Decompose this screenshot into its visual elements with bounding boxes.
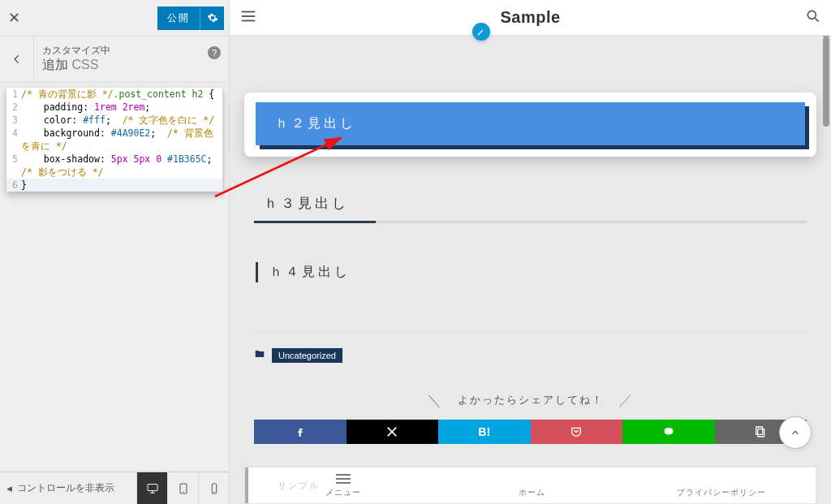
code-value: 5px 5px 0 [111,153,161,165]
nav-menu[interactable]: サンプル メニュー [245,467,437,503]
category-row: Uncategorized [254,348,807,363]
device-desktop-button[interactable] [136,472,167,505]
svg-rect-0 [148,484,157,490]
customizer-sidebar: ✕ 公開 カスタマイズ中 追加 CSS ? 1/* 青の背景に影 */.post… [0,0,230,504]
section-title-prefix: 追加 [42,58,68,71]
bottom-nav: サンプル メニュー ホーム プライバシーポリシー [244,467,816,504]
share-x[interactable] [347,420,439,444]
triangle-left-icon: ◀ [6,485,12,493]
slash-icon: ＼ [427,390,443,410]
share-hatena[interactable]: B! [438,420,531,444]
share-facebook[interactable] [254,420,347,444]
svg-line-11 [816,18,819,21]
svg-point-10 [807,11,816,19]
nav-faint-text: サンプル [278,480,320,492]
code-prop: padding [44,101,83,113]
share-line[interactable] [622,420,715,444]
svg-rect-13 [758,429,764,437]
site-title: Sample [500,8,560,27]
tablet-icon [177,482,190,495]
publish-group: 公開 [157,6,224,30]
hide-controls-label: コントロールを非表示 [17,482,114,494]
nav-label: プライバシーポリシー [677,487,766,498]
code-value: #1B365C [167,153,206,165]
search-icon [805,8,821,24]
chevron-left-icon [11,54,23,65]
section-breadcrumb: カスタマイズ中 [42,45,221,57]
publish-button[interactable]: 公開 [157,6,200,30]
section-header: カスタマイズ中 追加 CSS ? [0,36,229,83]
publish-settings-button[interactable] [200,6,224,30]
copy-icon [754,425,767,438]
preview-pane: Sample ｈ２見出し ｈ３見出し ｈ４見出し Uncategorized ＼… [230,0,831,504]
pencil-icon [476,28,485,37]
h2-heading: ｈ２見出し [256,102,805,145]
code-prop: background [44,127,100,139]
pocket-icon [570,425,583,438]
close-customizer-button[interactable]: ✕ [8,9,20,27]
share-heading: ＼ よかったらシェアしてね！ ／ [244,390,816,410]
section-titles: カスタマイズ中 追加 CSS ? [34,38,229,80]
h4-heading: ｈ４見出し [256,262,805,282]
mobile-icon [208,482,221,495]
h2-highlight-card: ｈ２見出し [244,93,816,157]
section-title-thin: CSS [71,58,98,71]
help-icon[interactable]: ? [208,46,221,59]
back-button[interactable] [0,37,34,82]
nav-label: ホーム [519,487,545,498]
search-button[interactable] [805,8,821,28]
chevron-up-icon [790,427,801,438]
share-text: よかったらシェアしてね！ [458,393,604,407]
sidebar-top-bar: ✕ 公開 [0,0,229,36]
code-value: #fff [83,114,105,126]
customizer-footer: ◀ コントロールを非表示 [0,472,229,504]
menu-toggle[interactable] [239,7,257,28]
content-scrollbar[interactable] [823,37,829,127]
slash-icon: ／ [618,390,635,410]
desktop-icon [146,482,159,495]
code-brace: } [21,179,27,191]
share-buttons: B! [254,420,807,444]
hamburger-icon [336,478,351,480]
code-selector: .post_content h2 [114,88,204,100]
nav-label: メニュー [325,487,361,498]
folder-icon [254,348,265,363]
svg-rect-14 [756,427,763,434]
share-pocket[interactable] [531,420,623,444]
nav-home[interactable]: ホーム [437,467,626,503]
post-content: ｈ２見出し ｈ３見出し ｈ４見出し Uncategorized ＼ よかったらシ… [230,36,831,444]
category-tag[interactable]: Uncategorized [272,348,342,363]
nav-privacy[interactable]: プライバシーポリシー [626,467,816,503]
code-brace: { [203,88,214,100]
site-header: Sample [230,0,831,36]
code-comment: /* 文字色を白に */ [123,114,215,126]
code-comment: /* 影をつける */ [21,166,104,178]
section-title: 追加 CSS [42,57,221,74]
code-value: 1rem 2rem [94,101,144,113]
scroll-to-top[interactable] [779,416,812,449]
code-comment: /* 青の背景に影 */ [21,88,114,100]
svg-rect-12 [664,428,673,434]
line-icon [662,425,675,438]
divider [254,331,807,332]
hide-controls-button[interactable]: ◀ コントロールを非表示 [0,482,136,494]
code-prop: box-shadow [44,153,100,165]
gear-icon [207,12,218,24]
additional-css-editor[interactable]: 1/* 青の背景に影 */.post_content h2 { 2 paddin… [6,88,222,192]
device-mobile-button[interactable] [198,472,229,505]
code-value: #4A90E2 [111,127,150,139]
facebook-icon [294,425,307,438]
code-prop: color [44,114,72,126]
hamburger-icon [239,7,257,25]
x-icon [385,425,398,438]
h3-heading: ｈ３見出し [254,189,807,223]
device-tablet-button[interactable] [167,472,198,505]
